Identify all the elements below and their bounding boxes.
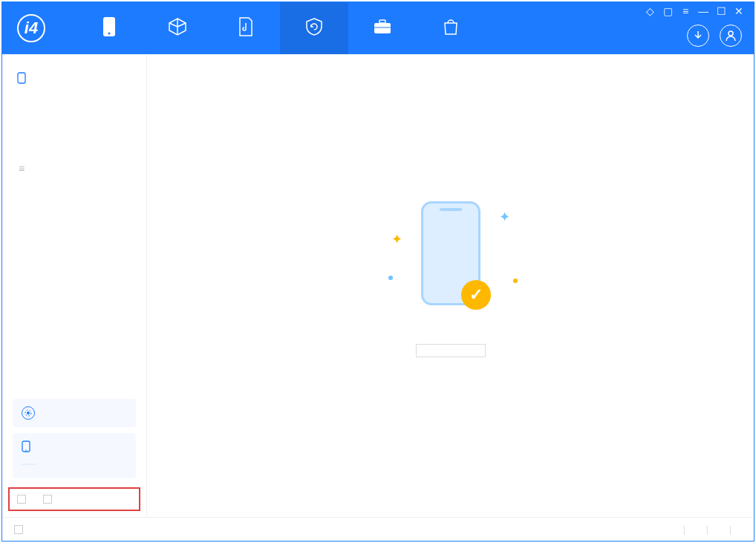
tab-store[interactable] <box>417 2 485 54</box>
device-section <box>2 390 146 487</box>
checkbox-skip-guide[interactable] <box>43 495 56 504</box>
svg-point-5 <box>729 31 733 36</box>
skin-icon[interactable]: ◇ <box>644 5 656 17</box>
tab-my-device[interactable] <box>75 2 143 54</box>
svg-point-7 <box>27 412 30 414</box>
maximize-icon[interactable]: ☐ <box>715 5 727 17</box>
dot-icon <box>388 276 393 280</box>
sidebar-item-pro-flash[interactable] <box>2 118 146 133</box>
header: i4 <box>2 2 754 54</box>
sidebar-item-itunes-flash[interactable] <box>2 88 146 103</box>
svg-rect-2 <box>374 23 391 33</box>
list-icon: ≡ <box>16 163 27 175</box>
checkbox-block-itunes[interactable] <box>14 525 27 534</box>
footer: | | | <box>2 517 754 541</box>
check-badge-icon: ✓ <box>461 280 491 310</box>
flash-options-row <box>8 487 140 511</box>
device-mode-card[interactable] <box>13 399 136 427</box>
sidebar-item-download-firmware[interactable] <box>2 194 146 209</box>
sidebar-item-batch-flash[interactable] <box>2 133 146 148</box>
download-button[interactable] <box>687 25 709 47</box>
sidebar-item-oneclick-flash[interactable] <box>2 103 146 118</box>
sidebar-group-more: ≡ <box>2 158 146 179</box>
main-content: ✓ ✦ ✦ <box>147 54 754 517</box>
cube-icon <box>167 16 188 37</box>
svg-rect-6 <box>18 73 25 83</box>
svg-point-10 <box>25 449 27 451</box>
close-icon[interactable]: ✕ <box>733 5 745 17</box>
header-actions <box>687 25 742 47</box>
toolbox-icon <box>372 16 393 37</box>
music-file-icon <box>235 16 256 37</box>
checkbox-icon <box>17 495 26 504</box>
menu-icon[interactable]: ≡ <box>680 5 691 17</box>
phone-icon <box>99 16 120 37</box>
checkbox-icon <box>43 495 52 504</box>
tab-apps-games[interactable] <box>143 2 212 54</box>
minimize-icon[interactable]: — <box>697 5 709 17</box>
nav-tabs <box>75 2 485 54</box>
mode-icon <box>22 406 35 420</box>
body: ≡ <box>2 54 754 517</box>
sidebar-item-advanced[interactable] <box>2 209 146 224</box>
bag-icon <box>440 16 461 37</box>
logo: i4 <box>2 14 68 42</box>
sidebar-item-other-tools[interactable] <box>2 179 146 194</box>
device-phone-icon <box>22 440 30 455</box>
footer-right: | | | <box>673 524 742 535</box>
svg-point-1 <box>108 33 111 35</box>
device-info-card[interactable] <box>13 433 136 478</box>
sidebar-group-flash <box>2 68 146 88</box>
success-illustration: ✓ ✦ ✦ <box>421 201 480 305</box>
checkbox-auto-activate[interactable] <box>17 495 30 504</box>
shield-refresh-icon <box>304 16 325 37</box>
tab-toolbox[interactable] <box>348 2 417 54</box>
tab-ringtone-wallpaper[interactable] <box>212 2 280 54</box>
app-window: i4 <box>1 1 755 542</box>
user-button[interactable] <box>720 25 742 47</box>
sidebar: ≡ <box>2 54 147 517</box>
sparkle-icon: ✦ <box>499 209 510 225</box>
dot-icon <box>513 279 518 283</box>
feedback-icon[interactable]: ▢ <box>662 5 674 17</box>
checkbox-icon <box>14 525 23 534</box>
logo-icon: i4 <box>17 14 45 42</box>
window-controls: ◇ ▢ ≡ — ☐ ✕ <box>644 5 745 17</box>
ok-button[interactable] <box>416 344 486 357</box>
device-storage-badge <box>22 464 36 465</box>
phone-small-icon <box>16 72 27 84</box>
tab-smart-flash[interactable] <box>280 2 348 54</box>
svg-rect-3 <box>379 20 385 23</box>
sparkle-icon: ✦ <box>391 231 403 247</box>
